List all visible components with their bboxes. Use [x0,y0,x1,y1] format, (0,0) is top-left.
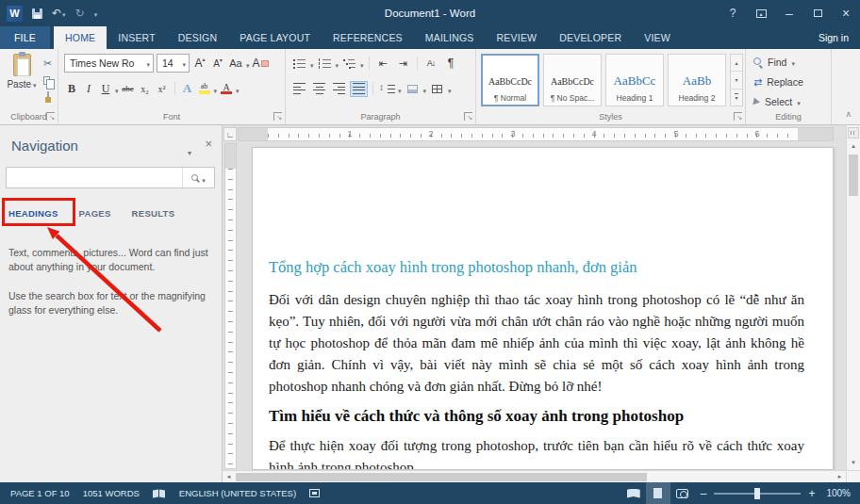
text-highlight-color-button[interactable] [197,81,212,97]
font-name-combo[interactable]: Times New Ro [64,54,154,73]
search-input[interactable] [7,168,182,187]
macro-recording-button[interactable] [303,482,326,504]
borders-button[interactable] [428,81,446,97]
undo-dropdown[interactable] [62,7,66,20]
clipboard-dialog-launcher[interactable] [46,112,55,121]
read-mode-button[interactable] [621,482,646,504]
show-hide-marks-button[interactable] [442,56,460,72]
highlight-color-dropdown[interactable] [214,80,218,97]
tab-view[interactable]: VIEW [633,26,682,49]
font-color-dropdown[interactable] [236,80,240,97]
format-painter-button[interactable] [40,89,56,105]
decrease-indent-button[interactable] [374,56,392,72]
paragraph-dialog-launcher[interactable] [464,112,472,121]
document-heading-2[interactable]: Tìm hiểu về cách thức và thông số xoay ả… [269,406,804,427]
undo-button[interactable] [52,7,66,20]
tab-review[interactable]: REVIEW [486,26,549,49]
style-heading-2[interactable]: AaBb Heading 2 [668,54,726,106]
nav-tab-pages[interactable]: PAGES [79,205,111,221]
style-heading-1[interactable]: AaBbCc Heading 1 [605,54,664,106]
paste-dropdown[interactable] [33,79,37,89]
redo-button[interactable] [75,7,85,20]
tab-home[interactable]: HOME [54,26,107,49]
shading-button[interactable] [404,81,422,97]
scroll-left-arrow[interactable] [223,471,235,482]
font-color-button[interactable] [219,81,234,97]
horizontal-scrollbar[interactable] [223,470,846,482]
subscript-button[interactable] [138,81,153,97]
bold-button[interactable] [64,81,79,97]
help-button[interactable] [719,0,747,26]
style-normal[interactable]: AaBbCcDc ¶ Normal [481,54,539,106]
scroll-right-arrow[interactable] [834,471,846,482]
tab-stop-selector[interactable] [223,127,237,141]
vertical-scrollbar[interactable] [846,125,860,470]
print-layout-button[interactable] [646,482,670,504]
tab-mailings[interactable]: MAILINGS [414,26,486,49]
zoom-slider-thumb[interactable] [754,488,760,499]
font-size-dropdown[interactable] [182,57,186,69]
underline-button[interactable] [98,81,113,97]
italic-button[interactable] [81,81,96,97]
font-size-combo[interactable]: 14 [157,54,190,73]
search-button[interactable] [182,168,214,187]
page-indicator[interactable]: PAGE 1 OF 10 [4,482,76,504]
multilevel-list-dropdown[interactable] [360,55,364,72]
style-no-spacing[interactable]: AaBbCcDc ¶ No Spac... [543,54,602,106]
minimize-button[interactable] [775,0,803,26]
styles-scroll-down-button[interactable] [731,72,742,89]
language-indicator[interactable]: ENGLISH (UNITED STATES) [173,482,303,504]
change-case-button[interactable] [228,56,243,72]
navigation-options-button[interactable] [188,142,191,159]
sort-button[interactable] [422,56,440,72]
sign-in-link[interactable]: Sign in [807,26,860,49]
align-left-button[interactable] [290,81,308,97]
save-button[interactable] [32,8,42,19]
navigation-close-button[interactable] [205,137,212,151]
tab-design[interactable]: DESIGN [167,26,228,49]
shrink-font-button[interactable] [210,56,225,72]
change-case-dropdown[interactable] [246,55,250,72]
tab-developer[interactable]: DEVELOPER [548,26,633,49]
shading-dropdown[interactable] [423,80,427,97]
grow-font-button[interactable] [192,56,207,72]
ruler-toggle-button[interactable] [848,127,859,138]
vertical-scrollbar-thumb[interactable] [849,154,858,196]
superscript-button[interactable] [155,81,170,97]
search-options-dropdown[interactable] [202,170,206,187]
qat-customize-button[interactable] [94,7,98,20]
styles-more-button[interactable] [731,89,742,106]
multilevel-list-button[interactable] [340,56,358,72]
document-heading-1[interactable]: Tổng hợp cách xoay hình trong photoshop … [269,257,804,277]
horizontal-scrollbar-thumb[interactable] [236,473,647,481]
scroll-up-arrow[interactable] [847,140,860,152]
align-center-button[interactable] [310,81,328,97]
maximize-button[interactable] [803,0,832,26]
borders-dropdown[interactable] [448,80,452,97]
document-paragraph[interactable]: Đối với dân design chuyên nghiệp thì tha… [269,289,804,398]
find-button[interactable]: Find [753,54,795,71]
nav-tab-results[interactable]: RESULTS [132,205,175,221]
tab-references[interactable]: REFERENCES [322,26,414,49]
copy-button[interactable] [40,73,56,88]
find-dropdown[interactable] [791,57,795,68]
text-effects-button[interactable] [180,81,195,97]
tab-insert[interactable]: INSERT [107,26,167,49]
word-count[interactable]: 1051 WORDS [76,482,146,504]
styles-dialog-launcher[interactable] [734,112,742,121]
numbering-button[interactable] [316,56,334,72]
underline-dropdown[interactable] [115,80,119,97]
zoom-in-button[interactable] [802,487,820,500]
justify-button[interactable] [350,81,368,97]
align-right-button[interactable] [330,81,348,97]
collapse-ribbon-button[interactable] [845,109,852,119]
select-button[interactable]: Select [753,93,801,110]
paste-button[interactable]: Paste [4,54,40,89]
document-page[interactable]: Tổng hợp cách xoay hình trong photoshop … [252,147,834,470]
increase-indent-button[interactable] [394,56,412,72]
zoom-out-button[interactable] [695,487,713,500]
cut-button[interactable] [40,56,56,71]
zoom-slider[interactable] [714,493,801,495]
tab-file[interactable]: FILE [0,26,50,49]
bullets-dropdown[interactable] [310,55,314,72]
